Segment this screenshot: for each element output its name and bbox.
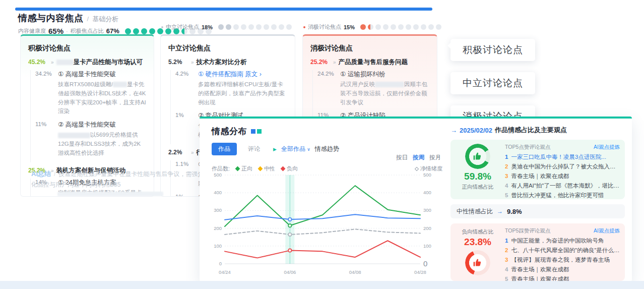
opinion-text[interactable]: 青春主场｜欢聚在成都 <box>511 171 569 181</box>
dot-icon <box>133 28 139 34</box>
opinion-text[interactable]: 中国正能量，为奋进的中国吹响号角 <box>511 236 604 246</box>
tooltip-positive-points[interactable]: 积极讨论论点 <box>450 39 535 61</box>
redacted-text <box>375 82 404 87</box>
original-text-link[interactable]: 原文 › <box>243 71 262 78</box>
neutral-meta-value: 18% <box>202 24 213 30</box>
subtopic-label: ① 高端显卡性能突破 <box>58 70 146 79</box>
opinion-text[interactable]: 【视评】展现青春之我，逐梦青春主场 <box>511 255 610 265</box>
health-label: 内容健康度 <box>18 27 46 35</box>
dot-icon <box>264 24 269 30</box>
sentiment-trend-chart[interactable]: 0100100200200300300400400500500004/2404/… <box>208 171 439 279</box>
topic-percent: 25.2% <box>310 59 331 66</box>
topic-percent: 45.2% <box>28 59 48 66</box>
redacted-text <box>113 82 127 87</box>
neutral-meta-label: 中立讨论焦点 <box>166 23 199 31</box>
negative-gauge-ring <box>465 250 490 275</box>
topic-title: 产品质量与售后服务问题 <box>339 58 408 67</box>
subtopic-body: ① 运输损坏纠纷武汉用户反映因顺丰包装不当导致运损，仅赔付保价金额引发争议 <box>340 70 429 111</box>
diamond-icon <box>258 166 263 171</box>
redacted-text <box>58 133 90 138</box>
opinion-item[interactable]: 2七、八十年代风靡全国的"的确良"是什么面料，为何相... <box>505 246 620 255</box>
topic-title: 技术方案对比分析 <box>197 58 247 67</box>
dot-icon <box>141 28 147 34</box>
dot-icon <box>428 24 434 30</box>
diamond-icon <box>235 166 240 171</box>
opinion-item[interactable]: 1中国正能量，为奋进的中国吹响号角 <box>505 236 620 246</box>
subtopic-row: 34.2%① 高端显卡性能突破技嘉RTX5080超级雕/显卡凭借超强散热设计和D… <box>35 70 146 121</box>
topic-row[interactable]: 5.2%»技术方案对比分析 <box>168 58 287 67</box>
svg-text:500: 500 <box>423 172 431 178</box>
opinion-rank: 2 <box>505 246 508 255</box>
granularity-monthly[interactable]: 按月 <box>429 154 441 161</box>
opinion-text[interactable]: 奥迪在中国为什么掉队了？被大众拖入深渊 <box>511 162 620 171</box>
dot-icon <box>241 24 246 30</box>
daily-sentiment-panel: → 2025/02/02 作品情感占比及主要观点 59.8% 正向情感占比 TO… <box>450 126 625 281</box>
neutral-meta-row: 中立讨论焦点 18% <box>161 23 292 31</box>
opinion-text[interactable]: 有人用AI"拍"了一部《芭本海默》，堪比好莱坞原片 <box>511 181 620 191</box>
svg-text:300: 300 <box>423 207 431 213</box>
subtopic-description: 技嘉RTX5080超级雕/显卡凭借超强散热设计和DLS技术，在4K分辨率下实现2… <box>58 80 146 116</box>
opinion-item[interactable]: 2奥迪在中国为什么掉队了？被大众拖入深渊 <box>505 162 620 171</box>
top-accent-bar <box>15 8 432 11</box>
works-filter-dropdown[interactable]: 全部作品 ∨ <box>281 145 310 153</box>
marker-负向 <box>288 249 291 252</box>
focus-column-title: 消极讨论焦点 <box>310 44 429 53</box>
ai-summary-text: 技嘉近期社媒声量集中在显卡性能与售后争议，需强化品控与用户沟通，同时利用B85 <box>31 170 198 188</box>
neutral-dots-indicator <box>218 24 292 30</box>
negative-sentiment-pct: 23.8% <box>464 237 491 248</box>
granularity-daily[interactable]: 按日 <box>396 154 408 161</box>
ai-extract-link-positive[interactable]: AI观点提炼 <box>594 144 620 151</box>
sentiment-distribution-card: 情感分布 作品 评论 ▶ 全部作品 ∨ 情感趋势 按日 按周 按月 作品数: 正… <box>200 117 632 281</box>
subtopic-label[interactable]: ① 硬件搭配指南 原文 › <box>198 70 287 79</box>
svg-text:500: 500 <box>214 172 222 178</box>
negative-opinions-card: 负向情感占比 23.8% TOP5踩赞评论观点 AI观点提炼 1中国正能量，为奋… <box>450 223 625 281</box>
svg-text:04/08: 04/08 <box>349 269 361 275</box>
chevron-down-icon: ∨ <box>307 147 310 152</box>
arrow-right-icon: → <box>450 127 457 134</box>
opinion-rank: 3 <box>505 255 508 265</box>
topic-title: 显卡产品性能与市场认可 <box>56 58 143 67</box>
negative-meta-value: 15% <box>344 24 355 30</box>
tooltip-tail <box>447 42 454 49</box>
neutral-sentiment-row: 中性情感占比 → 9.8% <box>450 204 625 218</box>
positive-gauge <box>465 144 490 169</box>
opinion-text[interactable]: 一家三口吃瓜中毒！凌晨3点进医院... <box>511 152 606 162</box>
opinion-rank: 1 <box>505 152 508 162</box>
title-separator: / <box>87 15 89 23</box>
opinion-text[interactable]: 曾比恒大冲更猛，他比许家印更可惜 <box>511 191 604 200</box>
opinion-item[interactable]: 3青春主场｜欢聚在成都 <box>505 171 620 181</box>
subtopic-description: 以5699元价格提供12G显存和DLSS3技术，成为2K游戏高性价比选择 <box>58 131 146 157</box>
positive-opinions-list: TOP5点赞评论观点 AI观点提炼 1一家三口吃瓜中毒！凌晨3点进医院...2奥… <box>505 144 620 195</box>
opinion-item[interactable]: 1一家三口吃瓜中毒！凌晨3点进医院... <box>505 152 620 162</box>
opinion-text[interactable]: 青春主场｜欢聚在成都 <box>511 265 569 274</box>
panel-date: 2025/02/02 <box>460 127 492 134</box>
dot-icon <box>375 24 381 30</box>
dot-icon <box>279 24 284 30</box>
tooltip-neutral-label: 中立讨论论点 <box>463 77 523 90</box>
opinion-item[interactable]: 4青春主场｜欢聚在成都 <box>505 265 620 274</box>
chart-controls: 作品 评论 ▶ 全部作品 ∨ 情感趋势 <box>212 143 339 155</box>
opinion-text[interactable]: 七、八十年代风靡全国的"的确良"是什么面料，为何相... <box>511 246 620 255</box>
svg-text:400: 400 <box>214 190 222 195</box>
subtopic-percent: 4.2% <box>175 70 194 111</box>
opinion-item[interactable]: 4有人用AI"拍"了一部《芭本海默》，堪比好莱坞原片 <box>505 181 620 191</box>
tab-comments[interactable]: 评论 <box>241 143 267 155</box>
opinion-item[interactable]: 5曾比恒大冲更猛，他比许家印更可惜 <box>505 191 620 200</box>
ai-extract-link-negative[interactable]: AI观点提炼 <box>594 227 620 235</box>
granularity-weekly[interactable]: 按周 <box>413 154 424 161</box>
tab-works[interactable]: 作品 <box>212 143 237 155</box>
svg-text:100: 100 <box>423 243 431 249</box>
hardware-guide-link[interactable]: ① 硬件搭配指南 <box>198 71 243 78</box>
svg-text:300: 300 <box>214 207 222 213</box>
svg-text:200: 200 <box>214 225 222 231</box>
tooltip-neutral-points[interactable]: 中立讨论论点 <box>450 72 535 94</box>
topic-row[interactable]: 25.2%»产品质量与售后服务问题 <box>310 58 429 67</box>
subtopic-body: ② 高端显卡性能突破以5699元价格提供12G显存和DLSS3技术，成为2K游戏… <box>58 121 146 162</box>
marker-正向 <box>288 224 291 227</box>
dot-icon <box>125 28 131 34</box>
negative-gauge <box>465 250 490 275</box>
opinion-item[interactable]: 3【视评】展现青春之我，逐梦青春主场 <box>505 255 620 265</box>
subtopic-description: 多篇教程详细解析CPU/主板/显卡的搭配原则，技嘉产品作为典型案例出现 <box>198 80 287 107</box>
negative-meta-row: 消极讨论焦点 15% <box>303 23 441 31</box>
topic-row[interactable]: 45.2%»显卡产品性能与市场认可 <box>28 58 146 67</box>
